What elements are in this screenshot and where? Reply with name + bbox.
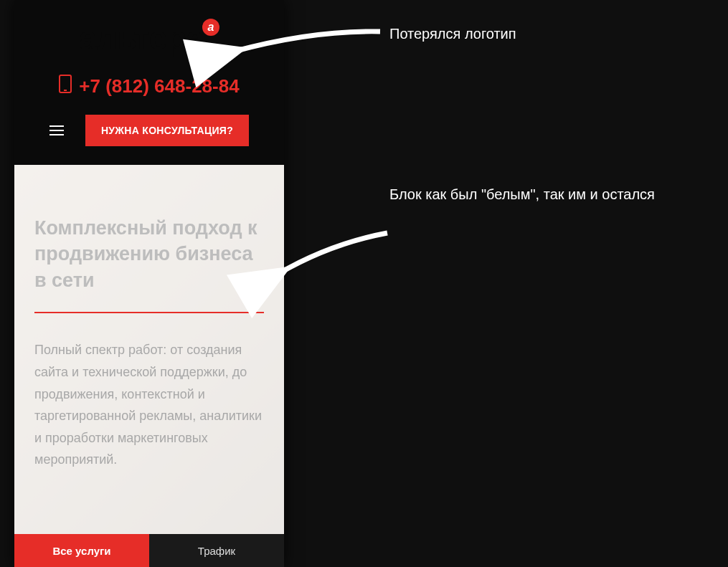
- phone-number: +7 (812) 648-28-84: [79, 75, 239, 97]
- mobile-preview: альтера a +7 (812) 648-28-84 НУЖНА КОНСУ…: [14, 0, 284, 567]
- tab-bar: Все услуги Трафик: [14, 534, 284, 567]
- hero-title: Комплексный подход к продвижению бизнеса…: [34, 215, 264, 293]
- arrow-icon: [273, 229, 394, 290]
- tab-traffic[interactable]: Трафик: [149, 534, 284, 567]
- logo-text: альтера: [79, 22, 204, 54]
- arrow-icon: [226, 23, 384, 69]
- hero-body: Полный спектр работ: от создания сайта и…: [34, 339, 264, 471]
- logo[interactable]: альтера a: [79, 22, 219, 54]
- annotation-white-block: Блок как был "белым", так им и остался: [389, 184, 655, 205]
- nav-row: НУЖНА КОНСУЛЬТАЦИЯ?: [29, 115, 270, 156]
- annotation-white-block-text: Блок как был "белым", так им и остался: [389, 186, 655, 202]
- hero-content: Комплексный подход к продвижению бизнеса…: [14, 165, 284, 492]
- annotation-logo-lost: Потерялся логотип: [389, 23, 516, 44]
- phone-link[interactable]: +7 (812) 648-28-84: [29, 75, 270, 97]
- svg-rect-1: [64, 90, 67, 91]
- phone-icon: [59, 75, 72, 97]
- tab-all-services[interactable]: Все услуги: [14, 534, 149, 567]
- logo-badge-icon: a: [202, 19, 219, 36]
- hero-divider: [34, 312, 264, 313]
- consult-button[interactable]: НУЖНА КОНСУЛЬТАЦИЯ?: [85, 115, 249, 146]
- hero-section: Комплексный подход к продвижению бизнеса…: [14, 165, 284, 534]
- menu-icon[interactable]: [49, 125, 64, 135]
